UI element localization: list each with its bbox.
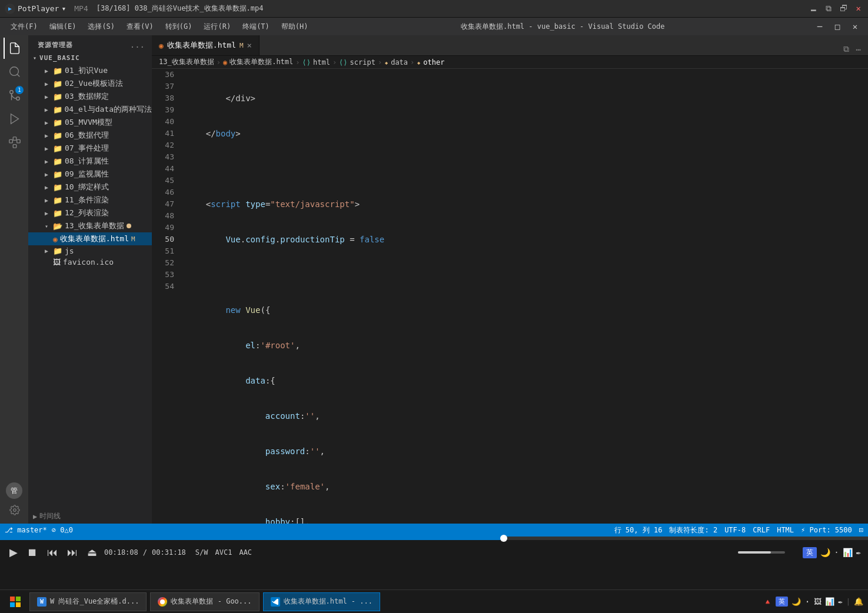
file-label-html: 收集表单数据.html (60, 234, 129, 244)
files-activity-icon[interactable] (4, 38, 25, 59)
vscode-maximize-button[interactable]: □ (829, 21, 846, 32)
liveserver-status[interactable]: ⚡ Port: 5500 (801, 526, 852, 534)
tab-split-editor-button[interactable]: ⧉ (841, 43, 852, 55)
progress-thumb[interactable] (500, 535, 507, 542)
source-control-activity-icon[interactable]: 1 (4, 85, 25, 106)
code-content[interactable]: </div> </body> <script type="text/javasc… (181, 69, 868, 524)
bc-script[interactable]: script (350, 58, 375, 66)
taskbar-vscode[interactable]: 收集表单数据.html - ... (263, 592, 380, 611)
sidebar-more-actions[interactable]: ... (128, 40, 147, 49)
potplayer-dropdown-icon[interactable]: ▾ (61, 4, 66, 13)
status-bar-left: ⎇ master* ⊘ 0△0 (5, 526, 73, 534)
next-button[interactable]: ⏭ (65, 544, 80, 561)
bc-html[interactable]: html (313, 58, 330, 66)
bc-other[interactable]: other (423, 58, 444, 66)
vscode-minimize-button[interactable]: ─ (812, 21, 828, 32)
notification-icon[interactable]: 🔔 (854, 597, 863, 606)
folder-chevron: ▶ (45, 171, 53, 178)
line-num-48: 48 (152, 210, 174, 222)
user-avatar[interactable]: 管 (6, 482, 22, 499)
menu-view[interactable]: 查看(V) (121, 19, 159, 34)
bc-folder[interactable]: 13_收集表单数据 (159, 57, 214, 67)
cursor-position-status[interactable]: 行 50, 列 16 (614, 525, 663, 535)
tray-lang[interactable]: 英 (776, 597, 788, 607)
tray-img[interactable]: 🖼 (814, 597, 822, 606)
folder-label: 01_初识Vue (65, 65, 108, 76)
menu-help[interactable]: 帮助(H) (275, 19, 314, 34)
extensions-activity-icon[interactable] (4, 132, 25, 153)
tray-pen[interactable]: ✒ (838, 597, 843, 606)
eject-button[interactable]: ⏏ (85, 544, 99, 561)
close-potplayer-button[interactable]: ✕ (854, 4, 863, 14)
sidebar-item-12[interactable]: ▶ 📁 12_列表渲染 (28, 206, 152, 219)
sidebar-item-10[interactable]: ▶ 📁 10_绑定样式 (28, 181, 152, 194)
git-branch-status[interactable]: ⎇ master* (5, 526, 47, 534)
settings-activity-icon[interactable] (4, 501, 25, 519)
svg-rect-12 (10, 602, 15, 607)
minimize-button[interactable]: 🗕 (807, 4, 820, 14)
stop-button[interactable]: ⏹ (25, 544, 40, 561)
tray-chart[interactable]: 📊 (825, 597, 834, 606)
maximize-button[interactable]: ⧉ (823, 4, 834, 14)
vscode-title: 收集表单数据.html - vue_basic - Visual Studio … (314, 22, 812, 32)
indent-status[interactable]: 制表符长度: 2 (669, 525, 717, 535)
run-activity-icon[interactable] (4, 108, 25, 129)
taskbar-chrome[interactable]: 收集表单数据 - Goo... (150, 592, 259, 611)
sidebar-item-11[interactable]: ▶ 📁 11_条件渲染 (28, 194, 152, 206)
line-num-52: 52 (152, 257, 174, 269)
notifications-status[interactable]: ⊡ (859, 526, 863, 534)
menu-terminal[interactable]: 终端(T) (237, 19, 275, 34)
taskbar-word[interactable]: W W 尚硅谷_Vue全家桶.d... (29, 592, 147, 611)
menu-run[interactable]: 运行(R) (198, 19, 237, 34)
sidebar-item-js-folder[interactable]: ▶ 📁 js (28, 245, 152, 256)
line-num-45: 45 (152, 175, 174, 186)
tab-html-file[interactable]: ◉ 收集表单数据.html M × (152, 35, 260, 55)
line-num-50: 50 (152, 234, 174, 245)
sidebar-item-13[interactable]: ▾ 📂 13_收集表单数据 (28, 219, 152, 232)
sidebar-item-03[interactable]: ▶ 📁 03_数据绑定 (28, 90, 152, 103)
menu-file[interactable]: 文件(F) (5, 19, 44, 34)
language-status[interactable]: HTML (777, 526, 794, 534)
sidebar-item-08[interactable]: ▶ 📁 08_计算属性 (28, 155, 152, 168)
folder-icon-13: 📂 (53, 222, 62, 231)
chrome-icon (158, 597, 167, 607)
svg-marker-4 (11, 114, 19, 124)
folder-icon: 📁 (53, 118, 62, 127)
start-button[interactable] (5, 592, 26, 611)
sidebar-item-05[interactable]: ▶ 📁 05_MVVM模型 (28, 116, 152, 129)
error-warning-status[interactable]: ⊘ 0△0 (52, 526, 73, 534)
sidebar-item-07[interactable]: ▶ 📁 07_事件处理 (28, 142, 152, 155)
vscode-close-button[interactable]: ✕ (847, 21, 863, 32)
search-activity-icon[interactable] (4, 61, 25, 82)
timeline-section[interactable]: ▶ 时间线 (28, 509, 152, 524)
folder-chevron: ▶ (45, 132, 53, 139)
tab-close-button[interactable]: × (247, 41, 252, 50)
sidebar-item-html-file[interactable]: ◉ 收集表单数据.html M (28, 232, 152, 245)
format-label: MP4 (72, 4, 90, 13)
restore-button[interactable]: 🗗 (837, 4, 850, 14)
encoding-status[interactable]: UTF-8 (724, 526, 746, 534)
sidebar-item-02[interactable]: ▶ 📁 02_Vue模板语法 (28, 77, 152, 90)
bc-data[interactable]: data (391, 58, 408, 66)
eol-status[interactable]: CRLF (753, 526, 770, 534)
sidebar-item-06[interactable]: ▶ 📁 06_数据代理 (28, 129, 152, 142)
volume-slider[interactable] (738, 551, 785, 554)
prev-button[interactable]: ⏮ (45, 544, 60, 561)
play-button[interactable]: ▶ (7, 544, 20, 561)
menu-goto[interactable]: 转到(G) (159, 19, 198, 34)
menu-edit[interactable]: 编辑(E) (44, 19, 82, 34)
sidebar-root-section[interactable]: ▾ VUE_BASIC (28, 52, 152, 64)
line-num-36: 36 (152, 69, 174, 81)
sidebar-item-09[interactable]: ▶ 📁 09_监视属性 (28, 168, 152, 181)
tray-up-arrow[interactable]: 🔺 (763, 598, 772, 606)
sidebar-item-favicon[interactable]: 🖼 favicon.ico (28, 256, 152, 268)
code-editor[interactable]: 36 37 38 39 40 41 42 43 44 45 46 47 48 4… (152, 69, 868, 524)
potplayer-logo[interactable]: ▶ PotPlayer ▾ (5, 4, 66, 14)
tab-more-actions-button[interactable]: ⋯ (854, 44, 863, 55)
tray-moon[interactable]: 🌙 (791, 597, 801, 606)
menu-select[interactable]: 选择(S) (82, 19, 121, 34)
progress-bar[interactable] (0, 537, 868, 540)
bc-file[interactable]: 收集表单数据.html (230, 57, 293, 67)
sidebar-item-04[interactable]: ▶ 📁 04_el与data的两种写法 (28, 103, 152, 116)
sidebar-item-01[interactable]: ▶ 📁 01_初识Vue (28, 64, 152, 77)
